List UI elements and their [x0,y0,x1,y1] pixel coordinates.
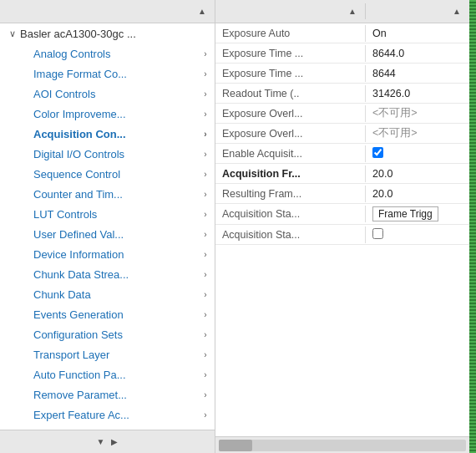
scroll-up-btn[interactable]: ▲ [196,7,208,16]
feature-header: ▲ [215,3,366,19]
prop-row: Acquisition Sta... [215,225,469,245]
checkbox-input[interactable] [372,147,383,158]
tree-item-sequence[interactable]: Sequence Control› [0,164,215,184]
prop-name: Exposure Overl... [215,105,366,122]
prop-name: Exposure Time ... [215,45,366,62]
right-footer [215,436,469,453]
prop-name: Acquisition Sta... [215,226,366,243]
prop-value: 20.0 [366,165,469,182]
prop-row: Exposure AutoOn [215,23,469,43]
right-content: Exposure AutoOnExposure Time ...8644.0Ex… [215,23,469,436]
prop-row: Readout Time (.. 31426.0 [215,84,469,104]
arrow-icon: › [200,230,211,239]
prop-value: On [366,25,469,42]
tree-item-digital[interactable]: Digital I/O Controls› [0,144,215,164]
right-header: ▲ ▲ [215,0,469,23]
tree-item-label: Device Information [33,248,200,261]
arrow-icon: › [200,270,211,279]
tree-item-analog[interactable]: Analog Controls› [0,43,215,64]
prop-name: Exposure Time ... [215,65,366,82]
arrow-icon: › [200,370,211,379]
arrow-icon: › [200,130,211,139]
scroll-right-btn[interactable]: ▶ [109,437,119,446]
horizontal-scrollbar[interactable] [219,440,466,451]
tree-item-label: Remove Paramet... [33,389,200,401]
prop-row: Acquisition Sta...Frame Trigg [215,204,469,225]
tree-item-acquisition[interactable]: Acquisition Con...› [0,124,215,144]
arrow-icon: › [200,69,211,79]
left-panel-header: ▲ [0,0,215,23]
left-panel: ▲ ∨Basler acA1300-30gc ...Analog Control… [0,0,215,453]
tree-item-label: User Defined Val... [33,228,200,241]
prop-value[interactable]: Frame Trigg [366,204,469,224]
arrow-icon: › [200,290,211,299]
prop-value: 8644 [366,65,469,82]
prop-row: Exposure Time ...8644 [215,64,469,84]
prop-name: Acquisition Fr... [215,165,366,182]
value-col-scroll-btn[interactable]: ▲ [451,7,463,16]
tree-item-label: Chunk Data Strea... [33,268,200,281]
arrow-icon: › [200,410,211,420]
prop-row: Resulting Fram...20.0 [215,184,469,204]
arrow-icon: › [200,310,211,319]
tree-item-remove[interactable]: Remove Paramet...› [0,384,215,405]
prop-name: Exposure Overl... [215,125,366,142]
tree-item-label: Basler acA1300-30gc ... [20,28,211,40]
tree-item-label: Expert Feature Ac... [33,409,200,421]
value-header: ▲ [366,3,469,19]
tree-item-counter[interactable]: Counter and Tim...› [0,184,215,204]
tree-item-chunkstream[interactable]: Chunk Data Strea...› [0,264,215,284]
right-panel: ▲ ▲ Exposure AutoOnExposure Time ...8644… [215,0,469,453]
green-strip [469,0,476,453]
arrow-icon: › [200,89,211,99]
arrow-icon: › [200,210,211,219]
tree-item-label: Chunk Data [33,288,200,301]
tree-item-label: Digital I/O Controls [33,148,200,160]
tree-item-label: Events Generation [33,308,200,321]
prop-name: Exposure Auto [215,25,366,42]
tree-item-label: Sequence Control [33,168,200,181]
tree-item-label: Configuration Sets [33,328,200,341]
arrow-icon: › [200,330,211,339]
tree-item-color[interactable]: Color Improveme...› [0,104,215,124]
tree-item-imageformat[interactable]: Image Format Co...› [0,64,215,84]
tree-item-events[interactable]: Events Generation› [0,304,215,324]
tree-item-device[interactable]: Device Information› [0,244,215,264]
feature-col-scroll-btn[interactable]: ▲ [347,7,358,16]
tree-item-expert[interactable]: Expert Feature Ac...› [0,405,215,425]
tree-item-basler[interactable]: ∨Basler acA1300-30gc ... [0,23,215,43]
prop-name: Enable Acquisit... [215,145,366,162]
prop-row: Exposure Overl...<不可用> [215,124,469,144]
tree-item-label: Counter and Tim... [33,188,200,201]
tree-item-aoi[interactable]: AOI Controls› [0,84,215,104]
scroll-down-btn[interactable]: ▼ [95,437,107,446]
prop-name: Acquisition Sta... [215,206,366,222]
left-footer: ▼ ▶ [0,430,215,453]
prop-value[interactable] [366,145,469,163]
prop-value[interactable] [366,226,469,244]
arrow-icon: › [200,250,211,259]
tree-item-transport[interactable]: Transport Layer› [0,344,215,364]
checkbox-input[interactable] [372,228,383,239]
tree-item-config[interactable]: Configuration Sets› [0,324,215,344]
prop-row: Exposure Time ...8644.0 [215,43,469,64]
arrow-icon: › [200,109,211,119]
value-badge[interactable]: Frame Trigg [372,206,438,221]
prop-value: 31426.0 [366,85,469,102]
tree-item-lut[interactable]: LUT Controls› [0,204,215,224]
tree-item-label: Acquisition Con... [33,128,200,140]
prop-row: Enable Acquisit... [215,144,469,164]
prop-value: <不可用> [366,104,469,123]
tree-item-label: Color Improveme... [33,108,200,120]
tree-item-chunk[interactable]: Chunk Data› [0,284,215,304]
tree-item-userdefined[interactable]: User Defined Val...› [0,224,215,244]
prop-name: Readout Time (.. [215,85,366,102]
arrow-icon: › [200,190,211,199]
prop-row: Exposure Overl...<不可用> [215,104,469,124]
tree-item-autofunction[interactable]: Auto Function Pa...› [0,364,215,384]
arrow-icon: › [200,350,211,359]
expand-icon: ∨ [7,28,18,39]
arrow-icon: › [200,150,211,159]
arrow-icon: › [200,390,211,400]
arrow-icon: › [200,170,211,179]
